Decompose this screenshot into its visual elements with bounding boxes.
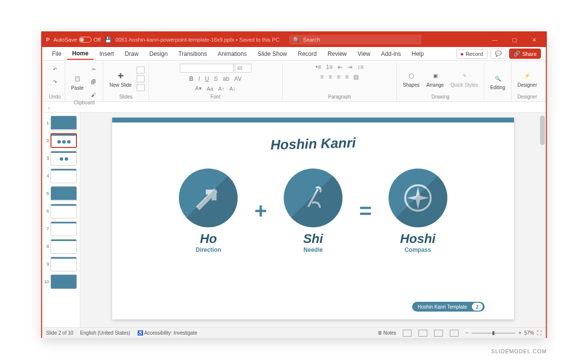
close-button[interactable]: ✕ <box>526 37 542 43</box>
zoom-control[interactable]: − + 57% ⛶ <box>466 330 542 336</box>
thumb-9[interactable] <box>50 257 77 271</box>
paste-icon: 📋 <box>72 73 83 84</box>
shrink-font-button[interactable]: A↓ <box>229 86 236 92</box>
new-slide-button[interactable]: ➕ New Slide <box>107 70 133 89</box>
designer-icon: ⚡ <box>522 71 533 81</box>
tab-animations[interactable]: Animations <box>213 49 251 59</box>
thumb-7[interactable] <box>50 221 77 236</box>
font-size-select[interactable]: 48 <box>235 64 251 73</box>
strike-button[interactable]: S <box>214 75 218 82</box>
comments-button[interactable]: 💬 <box>490 49 506 59</box>
tab-file[interactable]: File <box>47 49 66 59</box>
tab-help[interactable]: Help <box>407 49 429 59</box>
tab-insert[interactable]: Insert <box>95 49 119 59</box>
shapes-button[interactable]: ◯Shapes <box>401 70 421 89</box>
notes-toggle[interactable]: ≣ Notes <box>378 330 396 336</box>
item-shi: Shi Needle <box>284 169 343 253</box>
thumb-6[interactable] <box>50 204 77 218</box>
bold-button[interactable]: B <box>189 75 194 82</box>
case-button[interactable]: Aa <box>207 86 213 92</box>
line-spacing-button[interactable]: ↕≡ <box>357 64 364 71</box>
tab-draw[interactable]: Draw <box>120 49 144 59</box>
status-slide-count[interactable]: Slide 2 of 10 <box>46 330 74 336</box>
redo-icon[interactable]: ↷ <box>49 76 60 87</box>
thumb-5[interactable] <box>50 186 77 201</box>
editing-button[interactable]: 🔍Editing <box>488 72 507 91</box>
grow-font-button[interactable]: A↑ <box>218 86 224 92</box>
label-hoshi: Hoshi <box>400 231 436 246</box>
undo-icon[interactable]: ↶ <box>49 64 60 74</box>
zoom-in[interactable]: + <box>518 330 521 336</box>
paste-button[interactable]: 📋 Paste <box>69 73 86 92</box>
indent-dec-button[interactable]: ⇤ <box>338 64 343 71</box>
circle-needle <box>284 169 343 227</box>
label-ho: Ho <box>200 231 217 246</box>
thumb-4[interactable] <box>50 169 77 183</box>
group-font: 48 B I U S ab AV A▾ Aa A↑ A↓ Font <box>149 63 283 101</box>
status-lang[interactable]: English (United States) <box>80 330 130 336</box>
font-color-button[interactable]: A▾ <box>195 85 201 92</box>
zoom-out[interactable]: − <box>466 330 468 336</box>
shadow-button[interactable]: ab <box>223 75 229 82</box>
sub-compass: Compass <box>405 246 431 253</box>
align-left-button[interactable]: ≡ <box>320 73 323 80</box>
tab-addins[interactable]: Add-ins <box>376 49 406 59</box>
scrollbar-vertical[interactable] <box>540 116 545 145</box>
copy-icon[interactable]: 🗐 <box>88 76 99 87</box>
thumb-10[interactable] <box>50 274 77 289</box>
justify-button[interactable]: ≡ <box>345 73 348 80</box>
view-normal[interactable] <box>403 330 412 337</box>
thumb-1[interactable] <box>50 116 77 130</box>
tab-review[interactable]: Review <box>322 49 351 59</box>
slide-title: Hoshin Kanri <box>112 131 514 157</box>
bullets-button[interactable]: •≡ <box>316 64 321 71</box>
view-slideshow[interactable] <box>450 330 459 337</box>
align-right-button[interactable]: ≡ <box>337 73 340 80</box>
minimize-button[interactable]: — <box>487 37 503 43</box>
canvas[interactable]: Hoshin Kanri Ho Direction + Sh <box>80 113 546 327</box>
thumb-2[interactable] <box>50 133 77 148</box>
cut-icon[interactable]: ✂ <box>88 64 99 74</box>
tab-slideshow[interactable]: Slide Show <box>253 49 292 59</box>
thumb-8[interactable] <box>50 239 77 254</box>
maximize-button[interactable]: ▢ <box>507 37 522 43</box>
quick-styles-button[interactable]: ✎Quick Styles <box>449 70 480 89</box>
statusbar: Slide 2 of 10 English (United States) ♿ … <box>42 327 546 338</box>
tab-design[interactable]: Design <box>145 49 172 59</box>
item-hoshi: Hoshi Compass <box>389 169 447 253</box>
qat-dropdown[interactable]: ⌄ <box>47 104 51 110</box>
status-accessibility[interactable]: ♿ Accessibility: Investigate <box>137 330 197 336</box>
record-button[interactable]: ●Record <box>456 49 488 59</box>
slide-main[interactable]: Hoshin Kanri Ho Direction + Sh <box>112 118 514 319</box>
fit-to-window[interactable]: ⛶ <box>537 330 542 336</box>
layout-icon[interactable] <box>137 67 145 73</box>
italic-button[interactable]: I <box>198 75 200 82</box>
underline-button[interactable]: U <box>205 75 209 82</box>
thumb-3[interactable] <box>50 151 77 166</box>
numbering-button[interactable]: 1≡ <box>326 64 333 71</box>
zoom-pct: 57% <box>524 330 534 336</box>
arrange-button[interactable]: ▣Arrange <box>424 70 446 89</box>
indent-inc-button[interactable]: ⇥ <box>347 64 352 71</box>
autosave-toggle[interactable]: AutoSave Off <box>53 37 100 43</box>
search-box[interactable]: 🔍 Search <box>289 35 421 45</box>
font-family-select[interactable] <box>180 64 234 73</box>
tab-home[interactable]: Home <box>67 48 93 60</box>
reset-icon[interactable] <box>137 75 145 82</box>
compass-icon <box>401 181 435 215</box>
view-sorter[interactable] <box>418 330 427 337</box>
quick-access: ⌄ <box>42 102 546 113</box>
tab-transitions[interactable]: Transitions <box>173 49 212 59</box>
format-painter-icon[interactable]: 🖌 <box>88 89 99 100</box>
columns-button[interactable]: ▤ <box>353 73 359 80</box>
designer-button[interactable]: ⚡Designer <box>515 70 539 89</box>
save-icon[interactable]: 💾 <box>105 37 112 43</box>
tab-record[interactable]: Record <box>293 49 322 59</box>
tab-view[interactable]: View <box>353 49 375 59</box>
share-button[interactable]: 🔗 Share <box>509 49 541 59</box>
char-spacing-button[interactable]: AV <box>234 75 242 82</box>
zoom-slider[interactable] <box>471 333 515 334</box>
view-reading[interactable] <box>434 330 443 337</box>
align-center-button[interactable]: ≡ <box>328 73 332 80</box>
section-icon[interactable] <box>137 84 145 91</box>
